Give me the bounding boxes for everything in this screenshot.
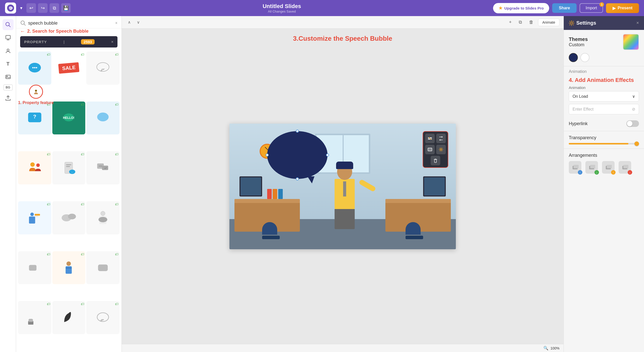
bookmark-icon: 🏷 [47,53,50,57]
transparency-slider[interactable] [569,143,639,144]
slide-up-button[interactable]: ∧ [126,19,133,26]
handle-left[interactable] [266,154,269,157]
result-item[interactable]: 🏷 [18,301,51,334]
step3-label: 3.Customize the Speech Bubble [293,35,392,42]
result-item[interactable]: 🏷 [86,251,119,284]
arrangements-section: Arrangements ↑ [564,149,644,178]
settings-panel: Settings × Themes Custom Animation [564,16,644,352]
search-clear-button[interactable]: × [115,21,117,25]
result-item[interactable]: SALE 🏷 [52,52,86,85]
import-button[interactable]: Import 1 [580,3,603,13]
result-item[interactable]: 🏷 [52,201,86,234]
add-element-button[interactable]: + [506,18,514,26]
upgrade-button[interactable]: ★ Upgrade to Slides Pro [493,3,549,13]
result-item[interactable]: 🏷 [52,301,86,334]
sidebar-item-search[interactable] [3,19,14,30]
sidebar-item-upload[interactable] [3,92,14,104]
bookmark-icon: 🏷 [47,202,50,206]
themes-color-picker[interactable] [623,34,639,50]
result-item[interactable]: 🏷 [18,251,51,284]
svg-rect-50 [35,216,38,217]
context-tool-delete[interactable] [431,156,440,165]
monitor-screen-right [424,177,445,195]
share-button[interactable]: Share [552,3,576,13]
handle-bottom[interactable] [296,177,299,180]
arrangement-item-3[interactable]: ↑ [602,161,615,174]
svg-point-57 [99,217,107,222]
zoom-icon-button[interactable]: 🔍 [543,346,548,350]
app-logo[interactable] [5,3,16,14]
handle-top[interactable] [296,130,299,133]
sidebar-item-people[interactable] [3,45,14,56]
canvas-area: ∧ ∨ + ⧉ 🗑 Animate 3.Customize the Speech… [122,16,564,352]
bookmark-icon: 🏷 [81,53,84,57]
sidebar-item-slides[interactable] [3,32,14,43]
enter-effect-dropdown[interactable]: Enter Effect ⊘ [569,104,639,114]
speech-bubble[interactable] [267,131,328,179]
enter-effect-label: Enter Effect [573,107,593,112]
desk-top [234,199,300,203]
result-item[interactable]: 🏷 [86,102,119,135]
slide-down-button[interactable]: ∨ [135,19,142,26]
chair-back-right [406,222,421,235]
handle-right[interactable] [326,154,329,157]
result-item[interactable]: 🏷 [86,301,119,334]
context-tool-gear[interactable] [436,145,446,154]
app-menu-arrow[interactable]: ▾ [20,5,22,11]
result-item[interactable]: 🏷 [86,201,119,234]
result-item[interactable]: 🏷 [18,151,51,184]
annotation-text: 2. Search for Speech Bubble [27,29,89,34]
copy-element-button[interactable]: ⧉ [516,18,525,26]
sidebar-item-bg[interactable]: BG [4,84,13,90]
svg-line-13 [24,24,25,25]
undo-button[interactable]: ↩ [26,3,36,13]
sidebar-item-text[interactable]: T [3,58,14,69]
present-button[interactable]: ▶ Present [606,3,639,13]
result-item[interactable]: 🏷 [86,52,119,85]
animate-button[interactable]: Animate [538,19,559,26]
property-close-button[interactable]: × [111,40,113,44]
settings-close-button[interactable]: × [636,20,639,26]
save-button[interactable]: 💾 [61,3,71,13]
svg-point-30 [97,113,109,121]
hyperlink-toggle[interactable] [626,120,639,127]
redo-button[interactable]: ↪ [38,3,48,13]
svg-rect-48 [29,217,35,224]
svg-point-32 [30,162,35,167]
color-swatch-dark-blue[interactable] [569,53,578,62]
search-input[interactable] [28,21,113,26]
color-swatch-white[interactable] [580,53,589,62]
result-item[interactable]: 🏷 [86,151,119,184]
context-tool-visibility[interactable] [425,145,435,154]
bookmark-icon: 🏷 [81,152,84,156]
arrangement-icon-3: ↑ [602,161,615,174]
svg-rect-10 [6,75,10,79]
topbar: ▾ ↩ ↪ ⧉ 💾 Untitled Slides All Changes Sa… [0,0,644,16]
svg-point-46 [106,167,107,168]
svg-rect-36 [66,166,70,167]
result-item[interactable]: ? 🏷 [18,102,51,135]
settings-title-text: Settings [576,20,596,26]
play-icon: ▶ [613,6,616,11]
sidebar-item-images[interactable] [3,71,14,82]
context-tool-settings[interactable] [425,134,435,143]
upgrade-label: Upgrade to Slides Pro [504,6,544,10]
result-item[interactable]: 🏷 [18,52,51,85]
arrangement-item-4[interactable]: ↓ [619,161,631,174]
result-item[interactable]: HELLO! 🏷 [52,102,86,135]
context-tool-transform[interactable] [436,134,446,143]
hyperlink-label: Hyperlink [569,121,588,126]
topbar-right: ★ Upgrade to Slides Pro Share Import 1 ▶… [493,3,639,13]
result-item[interactable]: 🏷 [18,201,51,234]
animation-dropdown[interactable]: On Load ∨ [569,91,639,102]
property-count: 2593 [81,39,94,44]
transparency-thumb[interactable] [634,141,639,146]
arrangement-item-2[interactable]: ↓ [585,161,598,174]
result-item[interactable]: 🏷 [52,251,86,284]
duplicate-button[interactable]: ⧉ [50,3,59,13]
result-item[interactable]: ... 🏷 [52,151,86,184]
delete-element-button[interactable]: 🗑 [527,18,536,26]
slide-canvas[interactable] [229,124,456,249]
svg-point-42 [100,166,101,167]
arrangement-item-1[interactable]: ↑ [569,161,581,174]
